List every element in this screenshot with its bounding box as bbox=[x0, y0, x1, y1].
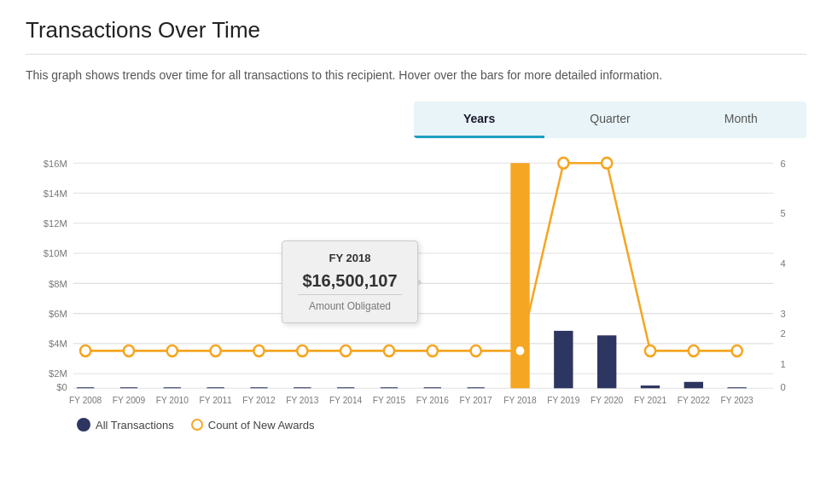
svg-point-45 bbox=[253, 345, 264, 356]
svg-rect-34 bbox=[467, 387, 484, 388]
svg-rect-36 bbox=[554, 331, 573, 388]
svg-text:4: 4 bbox=[781, 258, 787, 269]
chart-legend: All Transactions Count of New Awards bbox=[26, 418, 806, 432]
svg-text:1: 1 bbox=[781, 358, 786, 368]
tab-month[interactable]: Month bbox=[676, 101, 806, 138]
svg-text:$16M: $16M bbox=[44, 158, 67, 168]
legend-new-awards-label: Count of New Awards bbox=[208, 419, 315, 432]
svg-rect-27 bbox=[164, 387, 181, 388]
svg-rect-31 bbox=[337, 387, 354, 388]
svg-point-41 bbox=[80, 345, 90, 356]
svg-rect-39 bbox=[684, 382, 703, 388]
main-container: Transactions Over Time This graph shows … bbox=[0, 0, 832, 440]
svg-text:$6M: $6M bbox=[49, 309, 67, 319]
svg-text:FY 2015: FY 2015 bbox=[373, 396, 405, 405]
svg-text:FY 2017: FY 2017 bbox=[460, 396, 492, 405]
svg-text:0: 0 bbox=[781, 382, 786, 392]
svg-text:FY 2022: FY 2022 bbox=[678, 396, 710, 405]
svg-rect-29 bbox=[250, 387, 267, 388]
svg-text:$2M: $2M bbox=[49, 368, 67, 379]
svg-text:3: 3 bbox=[781, 309, 786, 319]
svg-text:FY 2021: FY 2021 bbox=[634, 396, 666, 405]
svg-text:$0: $0 bbox=[56, 382, 67, 392]
legend-new-awards: Count of New Awards bbox=[191, 419, 315, 432]
tooltip-amount: $16,500,107 bbox=[298, 271, 402, 291]
svg-rect-28 bbox=[207, 387, 224, 388]
svg-point-53 bbox=[602, 158, 612, 169]
chart-tooltip: FY 2018 $16,500,107 Amount Obligated bbox=[282, 240, 418, 323]
tooltip-label: Amount Obligated bbox=[298, 294, 402, 312]
svg-text:$10M: $10M bbox=[44, 248, 67, 258]
svg-text:FY 2014: FY 2014 bbox=[329, 396, 362, 405]
svg-text:$14M: $14M bbox=[44, 188, 67, 199]
svg-point-48 bbox=[384, 345, 394, 356]
legend-all-transactions: All Transactions bbox=[77, 418, 174, 432]
svg-rect-30 bbox=[294, 387, 311, 388]
tab-years[interactable]: Years bbox=[414, 101, 544, 138]
svg-point-42 bbox=[124, 345, 134, 356]
title-divider bbox=[26, 54, 806, 55]
svg-text:FY 2019: FY 2019 bbox=[547, 396, 579, 405]
svg-rect-38 bbox=[641, 385, 660, 388]
svg-point-56 bbox=[732, 345, 742, 356]
legend-all-transactions-label: All Transactions bbox=[96, 419, 174, 432]
svg-text:FY 2020: FY 2020 bbox=[591, 396, 623, 405]
svg-text:$8M: $8M bbox=[49, 278, 67, 288]
svg-text:$4M: $4M bbox=[49, 339, 67, 349]
svg-rect-26 bbox=[120, 387, 137, 388]
svg-rect-40 bbox=[727, 387, 746, 388]
svg-point-46 bbox=[297, 345, 307, 356]
svg-text:2: 2 bbox=[781, 328, 786, 339]
svg-rect-32 bbox=[381, 387, 398, 388]
page-title: Transactions Over Time bbox=[26, 17, 806, 43]
svg-text:FY 2013: FY 2013 bbox=[286, 396, 318, 405]
svg-text:FY 2009: FY 2009 bbox=[113, 396, 145, 405]
svg-text:FY 2018: FY 2018 bbox=[503, 396, 536, 405]
svg-text:FY 2010: FY 2010 bbox=[156, 396, 189, 405]
svg-point-55 bbox=[689, 345, 699, 356]
svg-rect-25 bbox=[77, 387, 94, 388]
svg-rect-33 bbox=[424, 387, 441, 388]
svg-text:FY 2016: FY 2016 bbox=[416, 396, 449, 405]
svg-point-43 bbox=[167, 345, 177, 356]
tab-quarter[interactable]: Quarter bbox=[544, 101, 675, 138]
svg-text:5: 5 bbox=[781, 208, 786, 218]
svg-rect-37 bbox=[597, 335, 616, 388]
svg-point-54 bbox=[645, 345, 655, 356]
svg-text:FY 2011: FY 2011 bbox=[200, 396, 232, 405]
svg-text:FY 2023: FY 2023 bbox=[721, 396, 753, 405]
svg-text:FY 2012: FY 2012 bbox=[242, 396, 275, 405]
legend-bar-icon bbox=[77, 418, 90, 432]
svg-text:$12M: $12M bbox=[44, 218, 67, 229]
time-period-tabs: Years Quarter Month bbox=[414, 101, 806, 138]
svg-point-47 bbox=[340, 345, 351, 356]
svg-point-52 bbox=[558, 158, 568, 169]
svg-text:6: 6 bbox=[781, 158, 786, 168]
chart-area: $16M $14M $12M $10M $8M $6M $4M $2M $0 6… bbox=[26, 147, 806, 411]
page-description: This graph shows trends over time for al… bbox=[26, 67, 806, 84]
svg-text:FY 2008: FY 2008 bbox=[69, 396, 102, 405]
legend-circle-icon bbox=[191, 419, 203, 431]
svg-point-50 bbox=[471, 345, 481, 356]
svg-point-51 bbox=[515, 345, 525, 356]
svg-point-44 bbox=[211, 345, 221, 356]
tab-bar-wrapper: Years Quarter Month bbox=[26, 101, 806, 138]
tooltip-year: FY 2018 bbox=[298, 252, 402, 264]
svg-point-49 bbox=[428, 345, 438, 356]
